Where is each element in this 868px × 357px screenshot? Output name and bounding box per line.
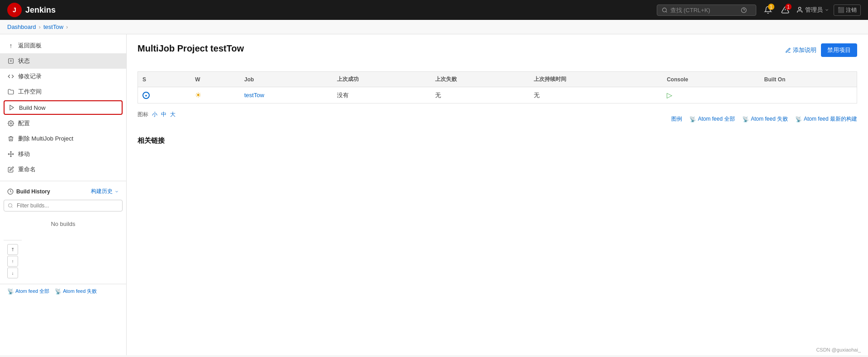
sidebar-item-move[interactable]: 移动 bbox=[0, 146, 126, 162]
alert-icon[interactable]: 1 bbox=[779, 4, 792, 16]
col-header-last-failure: 上次失败 bbox=[431, 72, 529, 87]
scroll-buttons: ⤒ ↑ ↓ bbox=[4, 240, 22, 282]
edit-icon bbox=[7, 166, 14, 173]
sidebar-delete-label: 删除 MultiJob Project bbox=[18, 135, 73, 143]
cell-last-failure: 无 bbox=[431, 87, 529, 103]
svg-point-5 bbox=[798, 7, 801, 9]
cell-weather: ☀ bbox=[190, 87, 240, 103]
atom-feed-all-link[interactable]: 📡 Atom feed 全部 bbox=[689, 115, 735, 123]
console-play-button[interactable]: ▷ bbox=[667, 91, 672, 99]
table-row: ● ☀ testTow 没有 无 无 ▷ bbox=[138, 87, 857, 103]
cell-job: testTow bbox=[240, 87, 332, 103]
add-description-button[interactable]: 添加说明 bbox=[785, 43, 816, 57]
add-desc-label: 添加说明 bbox=[793, 46, 816, 54]
filter-builds-input[interactable] bbox=[4, 200, 123, 211]
sidebar-item-status[interactable]: 状态 bbox=[0, 53, 126, 69]
weather-sun-icon: ☀ bbox=[195, 91, 201, 99]
sidebar-item-rename[interactable]: 重命名 bbox=[0, 162, 126, 177]
breadcrumb-sep-1: › bbox=[39, 23, 41, 30]
clock-icon bbox=[7, 188, 14, 195]
watermark-text: CSDN @guxiaohai_ bbox=[816, 347, 861, 352]
cell-built-on bbox=[760, 87, 857, 103]
code-icon bbox=[7, 73, 14, 80]
size-large-link[interactable]: 大 bbox=[170, 111, 175, 118]
pencil-icon bbox=[785, 47, 791, 53]
scroll-top-button[interactable]: ⤒ bbox=[7, 244, 18, 255]
svg-point-0 bbox=[662, 8, 666, 12]
svg-point-10 bbox=[10, 122, 12, 124]
cell-console: ▷ bbox=[662, 87, 759, 103]
atom-feed-fail-link[interactable]: 📡 Atom feed 失败 bbox=[742, 115, 788, 123]
related-links-title: 相关链接 bbox=[138, 136, 857, 145]
jenkins-icon: J bbox=[7, 3, 22, 17]
arrow-up-icon: ↑ bbox=[7, 42, 14, 49]
help-icon bbox=[741, 7, 747, 13]
atom-all-main-icon: 📡 bbox=[689, 116, 696, 122]
scroll-down-button[interactable]: ↓ bbox=[7, 268, 18, 278]
table-footer: 图标 小 中 大 图例 📡 Atom feed 全部 📡 Atom feed 失… bbox=[138, 111, 857, 127]
sidebar-item-build-now[interactable]: Build Now bbox=[4, 100, 123, 115]
sidebar-item-back[interactable]: ↑ 返回面板 bbox=[0, 38, 126, 53]
build-history-toggle[interactable]: 构建历史 bbox=[91, 188, 119, 195]
disable-label: 禁用项目 bbox=[827, 47, 851, 53]
cell-last-success: 没有 bbox=[332, 87, 431, 103]
table-header-row: S W Job 上次成功 上次失败 上次持续时间 Console Built O… bbox=[138, 72, 857, 87]
breadcrumb-sep-2: › bbox=[66, 23, 68, 30]
layout: ↑ 返回面板 状态 修改记录 工作空间 Build Now bbox=[0, 34, 868, 355]
col-header-w: W bbox=[190, 72, 240, 87]
sidebar-configure-label: 配置 bbox=[18, 119, 30, 127]
header: J Jenkins 1 1 管理员 ⬛ 注销 bbox=[0, 0, 868, 20]
search-icon bbox=[662, 7, 668, 13]
no-builds-text: No builds bbox=[51, 221, 75, 227]
notification-bell[interactable]: 1 bbox=[762, 4, 774, 16]
table-size-controls: 图标 小 中 大 bbox=[138, 111, 175, 118]
atom-feed-all-label: Atom feed 全部 bbox=[698, 115, 735, 123]
action-buttons: 添加说明 禁用项目 bbox=[785, 43, 857, 57]
breadcrumb-dashboard[interactable]: Dashboard bbox=[7, 23, 36, 30]
atom-latest-icon: 📡 bbox=[795, 116, 802, 122]
history-label: 构建历史 bbox=[91, 188, 113, 195]
sidebar-back-label: 返回面板 bbox=[18, 42, 42, 50]
sidebar-changes-label: 修改记录 bbox=[18, 72, 42, 80]
sidebar-item-delete[interactable]: 删除 MultiJob Project bbox=[0, 131, 126, 146]
size-medium-link[interactable]: 中 bbox=[161, 111, 166, 118]
user-menu[interactable]: 管理员 bbox=[796, 6, 829, 14]
size-small-link[interactable]: 小 bbox=[152, 111, 157, 118]
search-input[interactable] bbox=[670, 7, 738, 14]
disable-button[interactable]: 禁用项目 bbox=[821, 43, 857, 57]
gear-icon bbox=[7, 120, 14, 127]
jobs-table: S W Job 上次成功 上次失败 上次持续时间 Console Built O… bbox=[138, 71, 857, 103]
footer-watermark: CSDN @guxiaohai_ bbox=[816, 347, 861, 352]
scroll-up-button[interactable]: ↑ bbox=[7, 256, 18, 267]
job-link[interactable]: testTow bbox=[244, 92, 264, 99]
trash-icon bbox=[7, 135, 14, 142]
sidebar-item-changes[interactable]: 修改记录 bbox=[0, 69, 126, 84]
feed-links: 图例 📡 Atom feed 全部 📡 Atom feed 失败 📡 Atom … bbox=[671, 115, 857, 123]
sidebar-workspace-label: 工作空间 bbox=[18, 88, 42, 96]
no-builds-message: No builds bbox=[0, 213, 126, 235]
chevron-down-icon bbox=[114, 189, 119, 194]
sidebar-atom-fail-label: Atom feed 失败 bbox=[63, 288, 97, 295]
legend-link[interactable]: 图例 bbox=[671, 115, 682, 123]
col-header-job: Job bbox=[240, 72, 332, 87]
atom-feed-fail-label: Atom feed 失败 bbox=[751, 115, 788, 123]
sidebar-item-workspace[interactable]: 工作空间 bbox=[0, 84, 126, 99]
atom-fail-main-icon: 📡 bbox=[742, 116, 749, 122]
sidebar-atom-feed-all[interactable]: 📡 Atom feed 全部 bbox=[7, 288, 49, 295]
sidebar-item-configure[interactable]: 配置 bbox=[0, 116, 126, 131]
col-header-s: S bbox=[138, 72, 191, 87]
search-box[interactable] bbox=[657, 5, 756, 16]
notification-count: 1 bbox=[768, 4, 774, 10]
logout-button[interactable]: ⬛ 注销 bbox=[834, 5, 861, 16]
jenkins-title: Jenkins bbox=[25, 5, 56, 15]
sidebar-rename-label: 重命名 bbox=[18, 165, 36, 174]
play-icon bbox=[8, 104, 15, 111]
build-history-section: Build History 构建历史 No builds bbox=[0, 181, 126, 238]
sidebar-atom-feed-fail[interactable]: 📡 Atom feed 失败 bbox=[55, 288, 97, 295]
atom-feed-latest-link[interactable]: 📡 Atom feed 最新的构建 bbox=[795, 115, 857, 123]
svg-marker-9 bbox=[10, 105, 14, 110]
logout-label: ⬛ 注销 bbox=[838, 7, 857, 13]
breadcrumb-testtow[interactable]: testTow bbox=[43, 23, 63, 30]
main-content: MultiJob Project testTow 添加说明 禁用项目 S W J… bbox=[127, 34, 868, 355]
build-history-title-group: Build History bbox=[7, 188, 50, 195]
